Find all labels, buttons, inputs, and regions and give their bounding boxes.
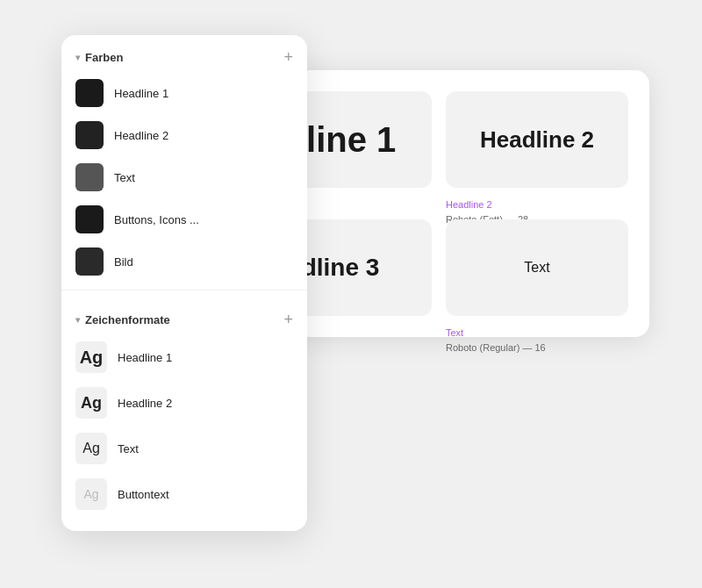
farben-chevron-icon: ▾: [75, 53, 80, 62]
zeichenformate-add-button[interactable]: +: [283, 312, 293, 327]
char-label-headline1: Headline 1: [118, 351, 172, 364]
card-text: Text Text Roboto (Regular) — 16: [446, 219, 628, 316]
card-headline2-text: Headline 2: [480, 126, 594, 154]
color-swatch-text: [75, 163, 104, 191]
color-swatch-bild: [75, 247, 104, 276]
color-label-text: Text: [114, 171, 135, 184]
color-item-buttons[interactable]: Buttons, Icons ...: [61, 198, 307, 240]
color-item-text[interactable]: Text: [61, 156, 307, 198]
color-item-headline1[interactable]: Headline 1: [61, 72, 307, 114]
char-item-text[interactable]: Ag Text: [61, 426, 307, 471]
card-text-text: Text: [524, 260, 549, 276]
card-headline2: Headline 2 Headline 2 Roboto (Fett) — 28: [446, 91, 628, 188]
char-preview-headline1: Ag: [75, 341, 107, 373]
farben-title-label: Farben: [85, 51, 123, 64]
card-headline3-text: dline 3: [302, 254, 380, 282]
color-label-bild: Bild: [114, 255, 133, 269]
char-item-headline1[interactable]: Ag Headline 1: [61, 334, 307, 380]
zeichenformate-section-title[interactable]: ▾ Zeichenformate: [75, 313, 170, 326]
card-text-info: Text Roboto (Regular) — 16: [446, 326, 546, 355]
char-label-button: Buttontext: [118, 488, 169, 501]
card-text-info-sublabel: Roboto (Regular) — 16: [446, 341, 546, 355]
color-label-headline1: Headline 1: [114, 87, 168, 100]
char-label-headline2: Headline 2: [118, 397, 172, 410]
section-divider: [61, 290, 307, 290]
char-label-text: Text: [118, 442, 139, 455]
color-item-bild[interactable]: Bild: [61, 240, 307, 283]
card-headline2-info-label: Headline 2: [446, 197, 528, 212]
color-swatch-buttons: [75, 205, 104, 233]
card-text-info-label: Text: [446, 326, 546, 341]
farben-section-header: ▾ Farben +: [61, 35, 307, 72]
zeichenformate-title-label: Zeichenformate: [85, 313, 170, 326]
zeichenformate-chevron-icon: ▾: [75, 315, 80, 325]
farben-section-title[interactable]: ▾ Farben: [75, 51, 123, 64]
scene: dline 1 Headline 2 Headline 2 Roboto (Fe…: [18, 18, 684, 570]
color-item-headline2[interactable]: Headline 2: [61, 114, 307, 156]
left-panel: ▾ Farben + Headline 1 Headline 2 Text Bu…: [61, 35, 307, 531]
color-label-headline2: Headline 2: [114, 129, 168, 142]
char-preview-headline2: Ag: [75, 387, 107, 419]
color-swatch-headline2: [75, 121, 104, 149]
color-label-buttons: Buttons, Icons ...: [114, 213, 199, 226]
zeichenformate-section-header: ▾ Zeichenformate +: [61, 298, 307, 334]
color-swatch-headline1: [75, 79, 104, 107]
char-item-headline2[interactable]: Ag Headline 2: [61, 380, 307, 426]
char-item-button[interactable]: Ag Buttontext: [61, 471, 307, 517]
char-preview-text: Ag: [75, 433, 107, 464]
char-preview-button: Ag: [75, 478, 107, 510]
farben-add-button[interactable]: +: [283, 49, 293, 65]
